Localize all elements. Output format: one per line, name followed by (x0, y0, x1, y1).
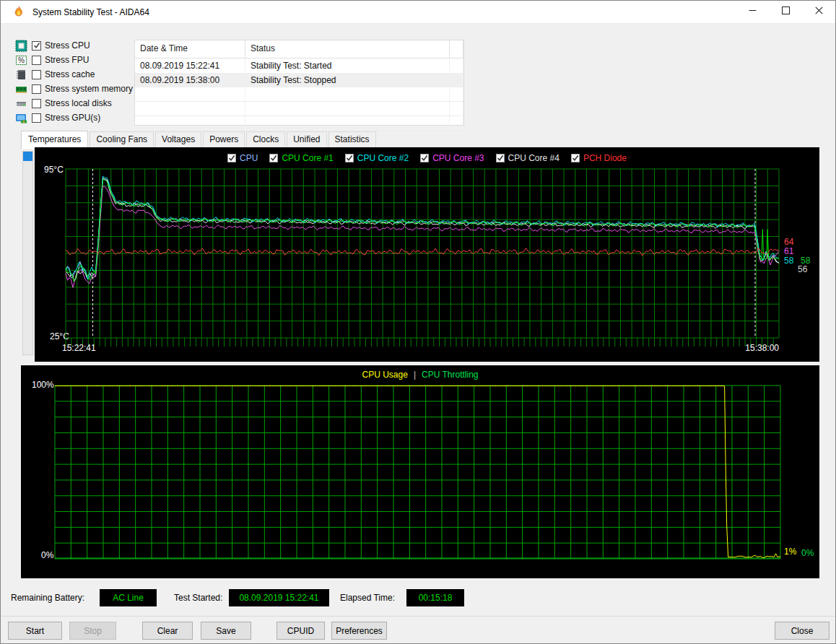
close-button[interactable]: Close (775, 622, 830, 640)
log-column-header-2[interactable] (450, 40, 463, 58)
usage-axis-max-label: 100% (32, 380, 54, 390)
gpu-icon (15, 112, 27, 124)
current-value-label: 58 (784, 256, 793, 266)
cpuid-button[interactable]: CPUID (277, 622, 325, 640)
log-empty-row (135, 87, 463, 102)
tab-temperatures[interactable]: Temperatures (21, 131, 88, 149)
tab-cooling-fans[interactable]: Cooling Fans (90, 131, 154, 148)
footer-divider (1, 616, 835, 617)
temperature-chart (66, 169, 780, 347)
legend-cpu-core-1[interactable]: CPU Core #1 (269, 153, 333, 163)
tab-clocks[interactable]: Clocks (246, 131, 285, 148)
legend-pch-diode[interactable]: PCH Diode (571, 153, 627, 163)
legend-cpu-core-2[interactable]: CPU Core #2 (345, 153, 409, 163)
legend-label: CPU Core #3 (432, 153, 484, 163)
aida64-flame-icon (12, 6, 25, 19)
temp-axis-end-time: 15:38:00 (745, 343, 779, 353)
cpu-usage-chart (55, 386, 781, 568)
system-stability-test-window: System Stability Test - AIDA64 Stress CP… (0, 0, 836, 644)
stress-fpu-checkbox[interactable] (32, 56, 41, 65)
current-value-label: 1% (784, 547, 796, 557)
stress-option-label: Stress GPU(s) (45, 113, 100, 123)
titlebar: System Stability Test - AIDA64 (1, 1, 835, 24)
disk-icon (15, 97, 27, 110)
legend-checkbox[interactable] (496, 154, 505, 162)
tab-unified[interactable]: Unified (287, 131, 326, 148)
tab-statistics[interactable]: Statistics (328, 131, 376, 148)
legend-label: CPU (240, 153, 258, 163)
close-icon (815, 6, 823, 17)
legend-cpu-core-3[interactable]: CPU Core #3 (420, 153, 484, 163)
title-separator: | (414, 370, 416, 380)
usage-axis-min-label: 0% (41, 550, 53, 560)
legend-label: CPU Core #1 (282, 153, 333, 163)
legend-checkbox[interactable] (345, 154, 354, 162)
legend-checkbox[interactable] (420, 154, 429, 162)
cpu-usage-chart-panel: CPU Usage|CPU Throttling 100% 0% 1%0% (21, 365, 819, 578)
stress-option-label: Stress CPU (45, 40, 90, 51)
stress-cpu-checkbox[interactable] (32, 41, 41, 51)
legend-cpu[interactable]: CPU (227, 153, 258, 163)
cpu-throttling-title: CPU Throttling (422, 370, 478, 380)
log-row[interactable]: 08.09.2019 15:22:41Stability Test: Start… (135, 58, 463, 73)
current-value-label: 0% (801, 548, 814, 558)
stress-option-stress-cache[interactable]: Stress cache (15, 67, 133, 82)
tab-powers[interactable]: Powers (203, 131, 245, 148)
legend-cpu-core-4[interactable]: CPU Core #4 (496, 153, 559, 163)
legend-label: PCH Diode (583, 153, 627, 163)
legend-label: CPU Core #2 (357, 153, 409, 163)
fpu-icon: % (15, 54, 27, 66)
stress-options-list: Stress CPU%Stress FPUStress cacheStress … (15, 38, 133, 125)
stress-option-stress-fpu[interactable]: %Stress FPU (15, 53, 133, 67)
stop-button: Stop (69, 622, 116, 640)
window-title: System Stability Test - AIDA64 (32, 7, 149, 17)
log-datetime: 08.09.2019 15:38:00 (135, 73, 245, 87)
cpu-usage-title: CPU Usage (362, 370, 408, 380)
cpu-icon (15, 40, 27, 52)
test-started-label: Test Started: (174, 593, 222, 603)
log-row[interactable]: 08.09.2019 15:38:00Stability Test: Stopp… (135, 73, 463, 87)
log-status: Stability Test: Stopped (245, 73, 450, 87)
elapsed-time-label: Elapsed Time: (340, 593, 395, 603)
minimize-button[interactable] (736, 1, 769, 22)
stress-cache-checkbox[interactable] (32, 70, 41, 79)
svg-text:%: % (18, 56, 25, 64)
save-button[interactable]: Save (201, 622, 251, 640)
log-column-header-1[interactable]: Status (245, 40, 450, 58)
temp-axis-start-time: 15:22:41 (62, 343, 96, 353)
log-column-header-0[interactable]: Date & Time (135, 40, 245, 58)
temperature-chart-slider[interactable] (22, 151, 33, 355)
stress-option-label: Stress cache (45, 69, 95, 79)
stress-option-stress-local-disks[interactable]: Stress local disks (15, 96, 133, 110)
legend-checkbox[interactable] (571, 154, 580, 162)
maximize-button[interactable] (769, 1, 802, 22)
current-value-label: 64 (784, 237, 793, 247)
clear-button[interactable]: Clear (142, 622, 193, 640)
stress-option-stress-cpu[interactable]: Stress CPU (15, 38, 133, 53)
stress-option-label: Stress system memory (45, 84, 133, 94)
log-datetime: 08.09.2019 15:22:41 (135, 58, 245, 73)
stress-gpu-s-checkbox[interactable] (32, 113, 41, 123)
maximize-icon (782, 6, 790, 17)
close-window-button[interactable] (802, 1, 835, 22)
current-value-label: 56 (798, 264, 807, 274)
tab-voltages[interactable]: Voltages (155, 131, 201, 148)
preferences-button[interactable]: Preferences (331, 622, 387, 640)
log-header-row: Date & TimeStatus (135, 40, 463, 58)
log-status: Stability Test: Started (245, 58, 450, 73)
temperature-chart-panel: CPUCPU Core #1CPU Core #2CPU Core #3CPU … (35, 147, 819, 362)
legend-checkbox[interactable] (269, 154, 278, 162)
log-empty-row (135, 102, 463, 116)
start-button[interactable]: Start (8, 622, 62, 640)
cache-icon (15, 69, 27, 81)
minimize-icon (749, 6, 757, 17)
stress-option-stress-system-memory[interactable]: Stress system memory (15, 82, 133, 96)
stress-option-stress-gpu-s[interactable]: Stress GPU(s) (15, 110, 133, 125)
legend-checkbox[interactable] (227, 154, 236, 162)
slider-thumb[interactable] (23, 152, 32, 161)
status-bar: Remaining Battery: AC Line Test Started:… (1, 589, 835, 608)
log-empty-row (135, 116, 463, 131)
stress-system-memory-checkbox[interactable] (32, 84, 41, 94)
temperature-legend: CPUCPU Core #1CPU Core #2CPU Core #3CPU … (35, 153, 819, 163)
stress-local-disks-checkbox[interactable] (32, 99, 41, 108)
